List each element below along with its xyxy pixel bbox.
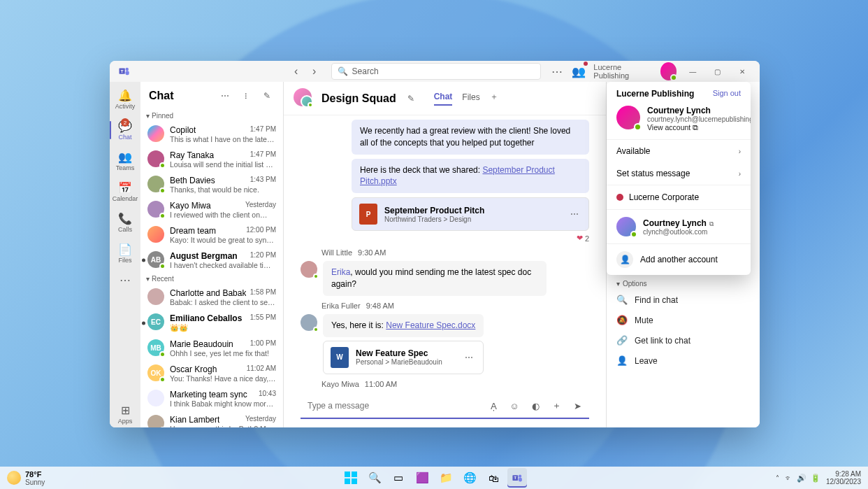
teams-icon: 👥	[118, 150, 132, 163]
chat-name: Kian Lambert	[170, 415, 219, 425]
taskbar-search-button[interactable]: 🔍	[365, 468, 384, 488]
window-maximize-button[interactable]: ▢	[709, 68, 727, 76]
reaction-strip[interactable]: ❤2	[577, 234, 589, 243]
chat-list-item[interactable]: Kayo MiwaYesterdayI reviewed with the cl…	[140, 197, 283, 222]
window-minimize-button[interactable]: —	[683, 68, 702, 76]
more-options-button[interactable]: ⋯	[549, 63, 565, 80]
detail-option[interactable]: 🔗Get link to chat	[607, 330, 760, 350]
emoji-button[interactable]: ☺	[507, 398, 522, 413]
option-label: Mute	[635, 316, 653, 325]
view-account-link[interactable]: View account ⧉	[647, 123, 751, 132]
widgets-button[interactable]: 🟪	[412, 468, 432, 488]
chat-list-item[interactable]: Charlotte and Babak1:58 PMBabak: I asked…	[140, 285, 283, 310]
recent-section[interactable]: ▾Recent	[140, 273, 283, 285]
window-close-button[interactable]: ✕	[733, 68, 751, 76]
edit-title-button[interactable]: ✎	[403, 91, 419, 106]
sender-name: Will Little	[321, 248, 352, 257]
svg-point-10	[518, 474, 521, 477]
teams-taskbar-button[interactable]: T	[507, 468, 527, 488]
chat-list-more-button[interactable]: ⋯	[217, 88, 233, 104]
chat-list-item[interactable]: ECEmiliano Ceballos1:55 PM👑👑	[140, 310, 283, 336]
detail-option[interactable]: 🔕Mute	[607, 310, 760, 330]
message-input[interactable]	[308, 401, 480, 411]
attachment-more-button[interactable]: ⋯	[567, 209, 581, 219]
chat-list-item[interactable]: Beth Davies1:43 PMThanks, that would be …	[140, 172, 283, 197]
chat-list-item[interactable]: Marketing team sync10:43I think Babak mi…	[140, 386, 283, 411]
add-tab-button[interactable]: ＋	[490, 91, 498, 106]
taskbar-weather-widget[interactable]: 78°F Sunny	[0, 470, 45, 486]
option-icon: 🔗	[616, 335, 628, 346]
secondary-account-row[interactable]: Courtney Lynch⧉ clynch@outlook.com	[607, 210, 751, 244]
outgoing-message[interactable]: Here is the deck that we shared: Septemb…	[352, 159, 589, 194]
avatar	[616, 217, 636, 236]
rail-files[interactable]: 📄Files	[110, 240, 140, 267]
rail-calendar[interactable]: 📅Calendar	[110, 178, 140, 205]
edge-button[interactable]: 🌐	[460, 468, 479, 488]
files-icon: 📄	[118, 243, 132, 255]
detail-option[interactable]: 🔍Find in chat	[607, 290, 760, 310]
tab-files[interactable]: Files	[462, 92, 479, 105]
bell-icon: 🔔	[118, 89, 132, 101]
avatar	[147, 125, 164, 142]
chat-list-item[interactable]: Copilot1:47 PMThis is what I have on the…	[140, 122, 283, 147]
chat-list-item[interactable]: ABAugust Bergman1:20 PMI haven't checked…	[140, 248, 283, 273]
chat-list-item[interactable]: Ray Tanaka1:47 PMLouisa will send the in…	[140, 147, 283, 172]
chat-list-item[interactable]: Dream team12:00 PMKayo: It would be grea…	[140, 222, 283, 248]
task-view-button[interactable]: ▭	[389, 468, 408, 488]
message-list[interactable]: We recently had a great review with the …	[284, 115, 606, 391]
file-explorer-button[interactable]: 📁	[436, 468, 456, 488]
status-available-row[interactable]: Available›	[607, 140, 751, 162]
detail-option[interactable]: 👤Leave	[607, 350, 760, 371]
chat-time: 1:47 PM	[250, 125, 276, 135]
file-link[interactable]: New Feature Spec.docx	[386, 320, 475, 330]
tab-chat[interactable]: Chat	[434, 92, 453, 106]
taskbar-clock[interactable]: 9:28 AM 12/30/2023	[826, 470, 861, 486]
rail-apps[interactable]: ⊞Apps	[110, 401, 140, 427]
sound-icon[interactable]: 🔊	[797, 474, 806, 483]
mention[interactable]: Erika	[331, 267, 350, 277]
sender-name: Erika Fuller	[321, 302, 361, 310]
rail-activity[interactable]: 🔔Activity	[110, 86, 140, 113]
incoming-message[interactable]: Erika, would you mind sending me the lat…	[323, 261, 547, 296]
incoming-message[interactable]: Yes, here it is: New Feature Spec.docx	[323, 314, 484, 337]
pinned-section[interactable]: ▾Pinned	[140, 110, 283, 122]
chat-name: Emiliano Ceballos	[170, 313, 242, 323]
new-chat-button[interactable]: ✎	[259, 88, 275, 104]
svg-text:T: T	[121, 69, 124, 73]
attachment-card[interactable]: P September Product Pitch Northwind Trad…	[352, 197, 589, 231]
rail-calls[interactable]: 📞Calls	[110, 209, 140, 236]
people-icon[interactable]: 👥	[571, 63, 586, 80]
chat-list-item[interactable]: OKOscar Krogh11:02 AMYou: Thanks! Have a…	[140, 361, 283, 386]
outgoing-message[interactable]: We recently had a great review with the …	[352, 120, 589, 155]
rail-more[interactable]: ⋯	[110, 271, 140, 289]
rail-chat[interactable]: 💬2Chat	[110, 117, 140, 143]
chat-list-item[interactable]: Kian LambertYesterdayHave you run this b…	[140, 411, 283, 427]
format-button[interactable]: Ạ	[486, 398, 501, 413]
corporate-account-row[interactable]: Lucerne Corporate	[607, 185, 751, 210]
set-status-row[interactable]: Set status message›	[607, 162, 751, 185]
nav-back-button[interactable]: ‹	[289, 65, 303, 78]
loop-button[interactable]: ◐	[528, 398, 543, 413]
search-input[interactable]: 🔍 Search	[331, 63, 541, 80]
add-account-row[interactable]: 👤 Add another account	[607, 244, 751, 275]
rail-teams[interactable]: 👥Teams	[110, 148, 140, 174]
chat-filter-button[interactable]: ⫶	[238, 88, 254, 104]
nav-forward-button[interactable]: ›	[308, 65, 321, 78]
wifi-icon[interactable]: ᯤ	[785, 474, 793, 483]
battery-icon[interactable]: 🔋	[811, 474, 820, 483]
chat-name: Kayo Miwa	[170, 201, 211, 211]
message-composer[interactable]: Ạ ☺ ◐ ＋ ➤	[301, 394, 589, 419]
attachment-card[interactable]: W New Feature Spec Personal > MarieBeaud…	[323, 341, 484, 374]
sign-out-button[interactable]: Sign out	[713, 89, 741, 97]
attachment-more-button[interactable]: ⋯	[462, 353, 476, 362]
send-button[interactable]: ➤	[570, 398, 585, 413]
start-button[interactable]	[341, 468, 361, 488]
svg-text:T: T	[514, 476, 516, 480]
add-button[interactable]: ＋	[549, 398, 564, 413]
chat-list-item[interactable]: MBMarie Beaudouin1:00 PMOhhh I see, yes …	[140, 336, 283, 361]
tray-chevron-icon[interactable]: ˄	[776, 474, 779, 482]
profile-avatar-button[interactable]	[660, 62, 677, 80]
detail-options-header[interactable]: ▾Options	[607, 278, 760, 290]
avatar: AB	[147, 251, 164, 268]
store-button[interactable]: 🛍	[484, 468, 503, 488]
